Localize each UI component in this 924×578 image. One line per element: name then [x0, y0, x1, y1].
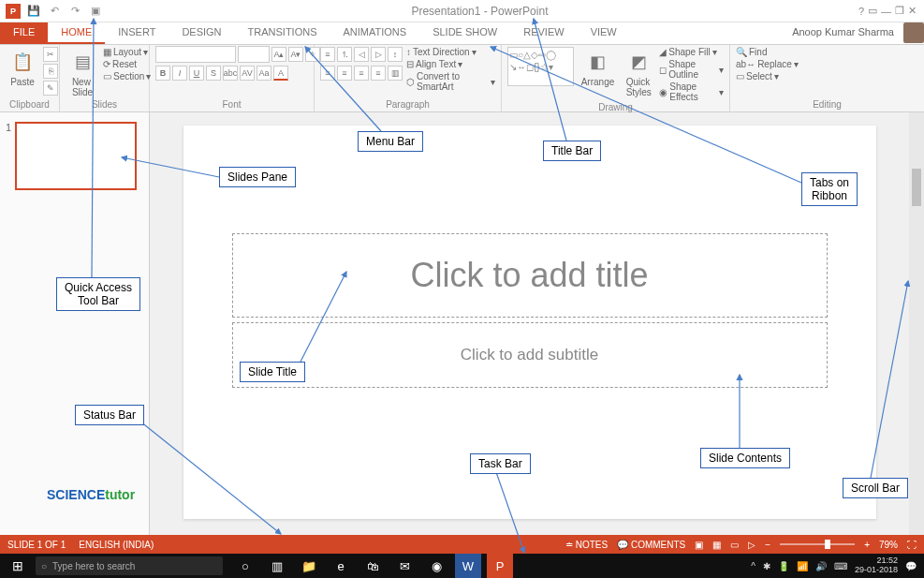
numbering-icon[interactable]: ⒈ [337, 47, 352, 62]
edge-icon[interactable]: e [328, 554, 354, 578]
scrollbar-thumb[interactable] [912, 169, 921, 206]
undo-icon[interactable]: ↶ [47, 4, 62, 19]
file-tab[interactable]: FILE [0, 22, 48, 44]
decrease-indent-icon[interactable]: ◁ [354, 47, 369, 62]
title-placeholder[interactable]: Click to add title [232, 233, 828, 318]
columns-icon[interactable]: ▥ [388, 66, 403, 81]
bluetooth-icon[interactable]: ✱ [763, 561, 770, 571]
comments-button[interactable]: 💬 COMMENTS [617, 540, 685, 550]
wifi-icon[interactable]: 📶 [797, 561, 808, 571]
zoom-in-icon[interactable]: + [864, 540, 870, 550]
store-icon[interactable]: 🛍 [359, 554, 386, 578]
replace-button[interactable]: ab↔ Replace ▾ [736, 59, 799, 69]
shape-fill-button[interactable]: ◢ Shape Fill ▾ [659, 47, 724, 57]
shape-effects-button[interactable]: ◉ Shape Effects ▾ [659, 82, 724, 102]
avatar[interactable] [903, 22, 924, 43]
tab-view[interactable]: VIEW [578, 22, 630, 44]
clock[interactable]: 21:5229-01-2018 [855, 556, 898, 575]
notes-button[interactable]: ≐ NOTES [565, 540, 608, 550]
new-slide-button[interactable]: ▤New Slide [66, 47, 99, 99]
restore-icon[interactable]: ❐ [895, 5, 904, 17]
case-button[interactable]: Aa [257, 66, 271, 81]
language[interactable]: ENGLISH (INDIA) [79, 540, 154, 550]
reading-view-icon[interactable]: ▭ [730, 540, 739, 550]
tab-insert[interactable]: INSERT [105, 22, 169, 44]
shapes-gallery[interactable]: ▭○△◇⇨◯↘↔◻{}☆▾ [507, 47, 574, 86]
powerpoint-taskbar-icon[interactable]: P [487, 554, 513, 578]
fit-to-window-icon[interactable]: ⛶ [907, 540, 917, 550]
align-right-icon[interactable]: ≡ [354, 66, 369, 81]
minimize-icon[interactable]: — [881, 6, 891, 17]
taskbar-search[interactable]: ○ Type here to search [36, 556, 223, 575]
justify-icon[interactable]: ≡ [371, 66, 386, 81]
tab-home[interactable]: HOME [48, 22, 105, 44]
start-button[interactable]: ⊞ [0, 558, 36, 573]
quick-styles-button[interactable]: ◩Quick Styles [622, 47, 655, 99]
align-left-icon[interactable]: ≡ [320, 66, 335, 81]
line-spacing-icon[interactable]: ↕ [388, 47, 403, 62]
italic-button[interactable]: I [172, 66, 187, 81]
copy-icon[interactable]: ⎘ [43, 64, 58, 79]
save-icon[interactable]: 💾 [26, 4, 41, 19]
thumb-preview[interactable] [15, 122, 137, 190]
help-icon[interactable]: ? [858, 6, 864, 17]
shadow-button[interactable]: abc [223, 66, 238, 81]
slideshow-view-icon[interactable]: ▷ [748, 540, 755, 550]
increase-indent-icon[interactable]: ▷ [371, 47, 386, 62]
smartart-button[interactable]: ⬡ Convert to SmartArt ▾ [406, 71, 495, 92]
ribbon-options-icon[interactable]: ▭ [868, 5, 877, 17]
cortana-icon[interactable]: ○ [232, 554, 258, 578]
reset-button[interactable]: ⟳ Reset [103, 59, 151, 69]
grow-font-icon[interactable]: A▴ [271, 47, 286, 62]
keyboard-icon[interactable]: ⌨ [834, 561, 847, 571]
zoom-slider[interactable] [780, 543, 855, 545]
slideshow-icon[interactable]: ▣ [88, 4, 103, 19]
section-button[interactable]: ▭ Section ▾ [103, 71, 151, 82]
user-name[interactable]: Anoop Kumar Sharma [783, 22, 903, 44]
cut-icon[interactable]: ✂ [43, 47, 58, 62]
zoom-percent[interactable]: 79% [879, 540, 898, 550]
strike-button[interactable]: S [206, 66, 221, 81]
text-direction-button[interactable]: ↕ Text Direction ▾ [406, 47, 495, 57]
format-painter-icon[interactable]: ✎ [43, 81, 58, 96]
normal-view-icon[interactable]: ▣ [695, 540, 703, 550]
tab-review[interactable]: REVIEW [510, 22, 577, 44]
subtitle-placeholder[interactable]: Click to add subtitle [232, 322, 828, 388]
taskview-icon[interactable]: ▥ [264, 554, 290, 578]
chrome-icon[interactable]: ◉ [423, 554, 449, 578]
tab-slideshow[interactable]: SLIDE SHOW [419, 22, 510, 44]
bold-button[interactable]: B [155, 66, 170, 81]
zoom-out-icon[interactable]: − [765, 540, 770, 550]
arrange-button[interactable]: ◧Arrange [578, 47, 619, 89]
word-icon[interactable]: W [455, 554, 481, 578]
layout-button[interactable]: ▦ Layout ▾ [103, 47, 151, 57]
tab-design[interactable]: DESIGN [169, 22, 234, 44]
tray-expand-icon[interactable]: ^ [751, 561, 755, 571]
vertical-scrollbar[interactable] [909, 112, 924, 535]
slides-pane[interactable]: 1 [0, 112, 150, 535]
battery-icon[interactable]: 🔋 [778, 561, 789, 571]
shrink-font-icon[interactable]: A▾ [288, 47, 303, 62]
align-center-icon[interactable]: ≡ [337, 66, 352, 81]
shape-outline-button[interactable]: ◻ Shape Outline ▾ [659, 59, 724, 80]
sorter-view-icon[interactable]: ▦ [712, 540, 721, 550]
volume-icon[interactable]: 🔊 [815, 561, 827, 571]
font-color-button[interactable]: A [273, 66, 288, 81]
redo-icon[interactable]: ↷ [67, 4, 82, 19]
select-button[interactable]: ▭ Select ▾ [736, 71, 779, 82]
slide-thumbnail-1[interactable]: 1 [6, 122, 143, 190]
font-size-select[interactable] [238, 46, 270, 63]
tab-transitions[interactable]: TRANSITIONS [235, 22, 330, 44]
bullets-icon[interactable]: ≡ [320, 47, 335, 62]
spacing-button[interactable]: AV [240, 66, 255, 81]
paste-button[interactable]: 📋Paste [6, 47, 39, 89]
find-button[interactable]: 🔍 Find [736, 47, 767, 57]
tab-animations[interactable]: ANIMATIONS [330, 22, 420, 44]
explorer-icon[interactable]: 📁 [296, 554, 322, 578]
notifications-icon[interactable]: 💬 [905, 561, 917, 571]
underline-button[interactable]: U [189, 66, 204, 81]
font-family-select[interactable] [155, 46, 236, 63]
align-text-button[interactable]: ⊟ Align Text ▾ [406, 59, 495, 69]
mail-icon[interactable]: ✉ [391, 554, 418, 578]
close-icon[interactable]: ✕ [908, 5, 917, 17]
